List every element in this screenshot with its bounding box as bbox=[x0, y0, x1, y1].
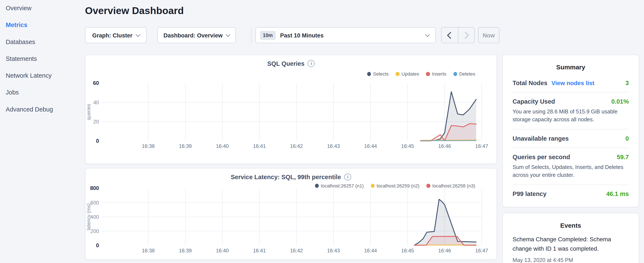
svg-text:600: 600 bbox=[90, 200, 99, 205]
summary-label: P99 latency bbox=[512, 190, 546, 197]
svg-text:16:46: 16:46 bbox=[438, 248, 451, 253]
svg-text:40: 40 bbox=[93, 100, 99, 105]
dashboard-dropdown[interactable]: Dashboard: Overview bbox=[157, 27, 236, 43]
svg-text:16:45: 16:45 bbox=[401, 248, 414, 253]
svg-text:16:43: 16:43 bbox=[327, 143, 340, 149]
summary-description: You are using 28.6 MiB of 515.9 GiB usab… bbox=[512, 108, 629, 123]
chevron-right-icon bbox=[462, 32, 469, 39]
summary-label: Unavailable ranges bbox=[512, 135, 569, 142]
svg-text:16:38: 16:38 bbox=[142, 143, 154, 149]
svg-text:16:39: 16:39 bbox=[179, 143, 192, 149]
summary-row-queries-per-second: Queries per second 59.7 Sum of Selects, … bbox=[512, 148, 629, 185]
summary-row-p99-latency: P99 latency 46.1 ms bbox=[512, 185, 629, 203]
chevron-down-icon bbox=[226, 32, 230, 37]
svg-text:16:40: 16:40 bbox=[216, 248, 229, 253]
svg-text:0: 0 bbox=[96, 138, 99, 144]
time-step-back-button[interactable] bbox=[442, 28, 458, 43]
event-list-item[interactable]: Schema Change Completed: Schema change w… bbox=[502, 232, 638, 263]
svg-text:16:41: 16:41 bbox=[253, 143, 266, 149]
summary-value: 3 bbox=[625, 79, 629, 86]
time-range-badge: 10m bbox=[260, 31, 276, 40]
chevron-down-icon bbox=[425, 32, 430, 37]
summary-panel-title: Summary bbox=[502, 55, 638, 74]
summary-label: Total Nodes bbox=[512, 79, 548, 86]
events-panel: Events Schema Change Completed: Schema c… bbox=[502, 213, 639, 263]
svg-text:queries: queries bbox=[86, 104, 92, 120]
service-latency-plot[interactable]: 16:3816:3916:4016:4116:4216:4316:4416:45… bbox=[86, 168, 498, 260]
svg-text:60: 60 bbox=[93, 80, 99, 86]
sidebar-item-advanced-debug[interactable]: Advanced Debug bbox=[6, 105, 85, 114]
db-console-app: OverviewMetricsDatabasesStatementsNetwor… bbox=[0, 0, 644, 263]
svg-text:16:47: 16:47 bbox=[475, 248, 488, 253]
events-panel-title: Events bbox=[502, 213, 638, 232]
service-latency-chart-card: Service Latency: SQL, 99th percentile i … bbox=[85, 168, 497, 260]
summary-value: 0.01% bbox=[611, 98, 629, 105]
svg-text:800: 800 bbox=[90, 185, 99, 191]
svg-text:16:42: 16:42 bbox=[290, 143, 303, 149]
sidebar-nav: OverviewMetricsDatabasesStatementsNetwor… bbox=[0, 0, 85, 263]
summary-value: 46.1 ms bbox=[606, 190, 629, 197]
summary-row-total-nodes: Total Nodes View nodes list 3 bbox=[512, 74, 629, 93]
dashboard-dropdown-label: Dashboard: Overview bbox=[164, 32, 222, 39]
svg-text:0: 0 bbox=[96, 242, 99, 248]
sidebar-item-statements[interactable]: Statements bbox=[6, 55, 85, 63]
svg-text:16:40: 16:40 bbox=[216, 143, 229, 149]
summary-description: Sum of Selects, Updates, Inserts, and De… bbox=[512, 163, 629, 179]
time-step-buttons bbox=[441, 27, 475, 43]
svg-text:16:43: 16:43 bbox=[327, 248, 340, 253]
svg-text:16:45: 16:45 bbox=[401, 143, 414, 149]
chevron-left-icon bbox=[447, 32, 454, 39]
time-range-label: Past 10 Minutes bbox=[280, 32, 324, 39]
svg-text:16:47: 16:47 bbox=[475, 143, 488, 149]
svg-text:16:46: 16:46 bbox=[438, 143, 451, 149]
svg-text:16:38: 16:38 bbox=[142, 248, 154, 253]
page-title: Overview Dashboard bbox=[85, 5, 184, 16]
sidebar-item-metrics[interactable]: Metrics bbox=[6, 21, 85, 29]
summary-label: Queries per second bbox=[512, 153, 570, 160]
event-message: Schema Change Completed: Schema change w… bbox=[512, 235, 629, 254]
time-step-forward-button[interactable] bbox=[458, 28, 474, 43]
svg-text:16:42: 16:42 bbox=[290, 248, 303, 253]
graph-scope-dropdown[interactable]: Graph: Cluster bbox=[85, 27, 147, 43]
summary-label: Capacity Used bbox=[512, 98, 555, 105]
toolbar-divider bbox=[251, 26, 251, 44]
svg-text:16:41: 16:41 bbox=[253, 248, 266, 253]
sql-queries-plot[interactable]: 16:3816:3916:4016:4116:4216:4316:4416:45… bbox=[86, 55, 498, 164]
chevron-down-icon bbox=[136, 32, 140, 37]
summary-value: 0 bbox=[625, 135, 629, 142]
event-timestamp: May 13, 2020 at 4:45 PM bbox=[512, 257, 629, 263]
sidebar-item-jobs[interactable]: Jobs bbox=[6, 88, 85, 97]
svg-text:400: 400 bbox=[90, 214, 99, 220]
svg-text:latency (ms): latency (ms) bbox=[86, 203, 92, 230]
graph-scope-dropdown-label: Graph: Cluster bbox=[92, 32, 132, 39]
svg-text:200: 200 bbox=[90, 228, 99, 234]
sidebar-item-network-latency[interactable]: Network Latency bbox=[6, 72, 85, 80]
now-button[interactable]: Now bbox=[478, 27, 500, 43]
svg-text:16:44: 16:44 bbox=[364, 143, 377, 149]
summary-row-unavailable-ranges: Unavailable ranges 0 bbox=[512, 130, 629, 148]
sql-queries-chart-card: SQL Queries i SelectsUpdatesInsertsDelet… bbox=[85, 55, 497, 164]
sidebar-list: OverviewMetricsDatabasesStatementsNetwor… bbox=[0, 0, 85, 113]
svg-text:16:44: 16:44 bbox=[364, 248, 377, 253]
summary-panel: Summary Total Nodes View nodes list 3 Ca… bbox=[502, 55, 639, 207]
sidebar-item-overview[interactable]: Overview bbox=[6, 4, 85, 12]
svg-text:20: 20 bbox=[93, 119, 99, 124]
time-range-picker[interactable]: 10m Past 10 Minutes bbox=[256, 27, 436, 43]
view-nodes-list-link[interactable]: View nodes list bbox=[552, 80, 594, 86]
summary-value: 59.7 bbox=[617, 153, 629, 160]
summary-body: Total Nodes View nodes list 3 Capacity U… bbox=[502, 74, 638, 203]
svg-text:16:39: 16:39 bbox=[179, 248, 192, 253]
summary-row-capacity-used: Capacity Used 0.01% You are using 28.6 M… bbox=[512, 93, 629, 130]
sidebar-item-databases[interactable]: Databases bbox=[6, 38, 85, 46]
